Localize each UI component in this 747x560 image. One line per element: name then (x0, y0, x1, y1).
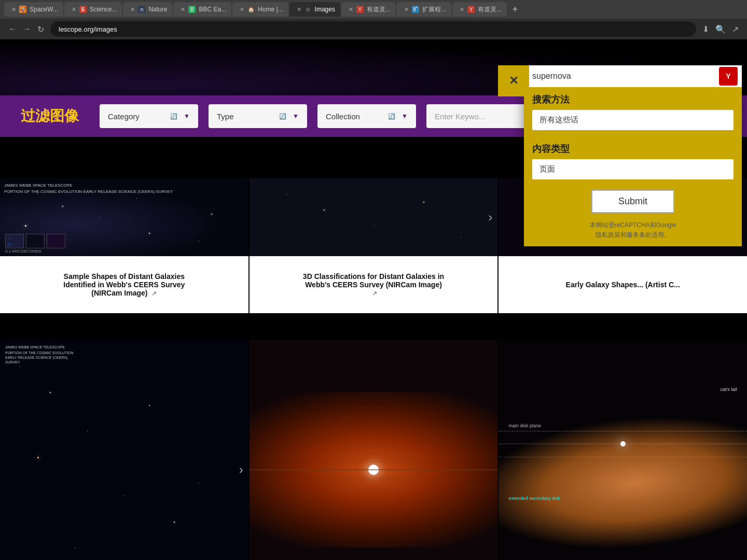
tab-favicon: B (188, 6, 196, 13)
close-icon[interactable]: ✕ (349, 6, 353, 13)
image-card-galaxy-survey[interactable]: 0.2 ARCSECONDS JAMES WEBB SPACE TELESCOP… (0, 178, 250, 313)
tab-favicon: S (79, 6, 87, 13)
category-cursor-icon: 🔄 (170, 113, 177, 120)
close-icon[interactable]: ✕ (297, 6, 301, 13)
close-icon[interactable]: ✕ (11, 6, 16, 13)
tab-favicon: ⚙ (305, 6, 312, 13)
tab-nature[interactable]: ✕ n Nature (123, 2, 172, 17)
external-link-icon-2: ↗ (372, 290, 377, 297)
close-x-icon: ✕ (509, 74, 518, 88)
address-input[interactable] (50, 21, 696, 37)
close-icon[interactable]: ✕ (130, 6, 135, 13)
filter-title: 过滤图像 (21, 106, 79, 126)
back-icon[interactable]: ← (8, 24, 17, 34)
collection-arrow-icon: ▼ (402, 113, 408, 120)
share-icon[interactable]: ↗ (732, 24, 739, 34)
main-disk-label: main disk plane (508, 423, 541, 428)
nav-arrow-icon[interactable]: › (488, 210, 492, 225)
close-icon[interactable]: ✕ (181, 6, 185, 13)
search-method-title: 搜索方法 (532, 93, 734, 106)
category-arrow-icon: ▼ (184, 113, 190, 120)
cat-tail-label: cat's tail (721, 387, 737, 392)
tab-youdao1[interactable]: ✕ Y 有道灵... (341, 2, 396, 17)
download-icon[interactable]: ⬇ (702, 24, 709, 34)
type-arrow-icon: ▼ (293, 113, 299, 120)
ceers-label: JAMES WEBB SPACE TELESCOPE (5, 345, 65, 349)
reload-icon[interactable]: ↻ (37, 24, 44, 34)
tab-extensions[interactable]: ✕ 扩 扩展程... (397, 2, 451, 17)
card-caption-galaxy-survey: Sample Shapes of Distant Galaxies Identi… (0, 256, 248, 313)
search-submit-row: Submit (524, 186, 742, 217)
extended-disk-label: extended secondary disk (508, 496, 560, 501)
tab-images[interactable]: ✕ ⚙ Images (289, 2, 340, 17)
image-card-galaxy-3d[interactable]: › 3D Classifications for Distant Galaxie… (250, 178, 499, 313)
close-icon[interactable]: ✕ (460, 6, 464, 13)
search-method-section: 搜索方法 所有这些话 (524, 87, 742, 136)
search-page-icon[interactable]: 🔍 (715, 24, 726, 34)
type-dropdown[interactable]: Type 🔄 ▼ (209, 104, 307, 128)
telescope-label: JAMES WEBB SPACE TELESCOPE PORTION OF TH… (4, 183, 173, 195)
image-card-disk[interactable] (250, 340, 499, 560)
category-dropdown[interactable]: Category 🔄 ▼ (100, 104, 198, 128)
tab-favicon: 🚀 (19, 6, 26, 13)
image-card-cattail[interactable]: cat's tail main disk plane extended seco… (499, 340, 747, 560)
card-caption-galaxy-3d: 3D Classifications for Distant Galaxies … (250, 256, 498, 313)
captcha-notice: 本网站受reCAPTCHA和Google 隐私政策和服务条款适用。 (524, 217, 742, 246)
content-type-option[interactable]: 页面 (532, 159, 734, 179)
bottom-nav-arrow-icon[interactable]: › (239, 463, 243, 477)
tab-bar: ✕ 🚀 SpaceW... ✕ S Science... ✕ n Nature … (0, 0, 747, 19)
content-type-title: 内容类型 (532, 143, 734, 155)
content-type-section: 内容类型 页面 (524, 136, 742, 186)
search-input-row: Y (524, 65, 742, 87)
external-link-icon: ↗ (151, 290, 157, 297)
search-close-button[interactable]: ✕ (498, 65, 529, 96)
search-text-input[interactable] (524, 65, 719, 87)
scale-label: 0.2 ARCSECONDS (5, 249, 244, 254)
close-icon[interactable]: ✕ (240, 6, 244, 13)
collection-cursor-icon: 🔄 (388, 113, 395, 120)
card-image-galaxy-3d: › (250, 178, 498, 256)
card-image-galaxy-survey: 0.2 ARCSECONDS JAMES WEBB SPACE TELESCOP… (0, 178, 248, 256)
tab-favicon: 扩 (412, 6, 419, 13)
close-icon[interactable]: ✕ (404, 6, 409, 13)
tab-bbc[interactable]: ✕ B BBC Ea... (173, 2, 231, 17)
browser-chrome: ✕ 🚀 SpaceW... ✕ S Science... ✕ n Nature … (0, 0, 747, 39)
forward-icon[interactable]: → (23, 24, 31, 34)
type-cursor-icon: 🔄 (279, 113, 286, 120)
new-tab-button[interactable]: + (508, 2, 522, 17)
tab-favicon: Y (467, 6, 475, 13)
search-method-option[interactable]: 所有这些话 (532, 110, 734, 130)
tab-spaceweather[interactable]: ✕ 🚀 SpaceW... (4, 2, 63, 17)
close-icon[interactable]: ✕ (72, 6, 76, 13)
tab-favicon: n (138, 6, 145, 13)
search-popup: Y 搜索方法 所有这些话 内容类型 页面 Submit 本网站受reCAPTCH… (524, 65, 742, 246)
collection-dropdown[interactable]: Collection 🔄 ▼ (317, 104, 416, 128)
tab-favicon: Y (356, 6, 364, 13)
tab-science[interactable]: ✕ S Science... (64, 2, 122, 17)
tab-favicon: 🏠 (247, 6, 255, 13)
tab-youdao2[interactable]: ✕ Y 有道灵... (452, 2, 507, 17)
bottom-image-row: JAMES WEBB SPACE TELESCOPE PORTION OF TH… (0, 340, 747, 560)
ceers-label2: PORTION OF THE COSMIC EVOLUTION EARLY RE… (5, 351, 83, 365)
search-submit-button[interactable]: Submit (591, 190, 674, 213)
address-bar: ← → ↻ ⬇ 🔍 ↗ (0, 19, 747, 39)
card-caption-galaxy-artist: Early Galaxy Shapes... (Artist C... (499, 256, 747, 313)
page-content: 过滤图像 Category 🔄 ▼ Type 🔄 ▼ Collection 🔄 … (0, 39, 747, 560)
youdao-badge: Y (719, 67, 738, 86)
tab-home[interactable]: ✕ 🏠 Home |... (232, 2, 288, 17)
image-card-ceers[interactable]: JAMES WEBB SPACE TELESCOPE PORTION OF TH… (0, 340, 250, 560)
